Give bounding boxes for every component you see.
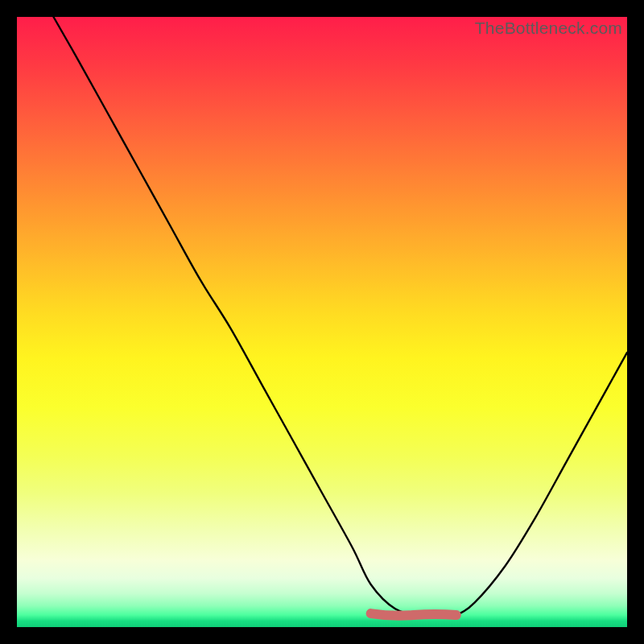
plot-area: TheBottleneck.com (17, 17, 627, 627)
chart-canvas: TheBottleneck.com (0, 0, 644, 644)
chart-svg (17, 17, 627, 627)
curve-line (53, 17, 627, 616)
marker-band (371, 613, 456, 616)
